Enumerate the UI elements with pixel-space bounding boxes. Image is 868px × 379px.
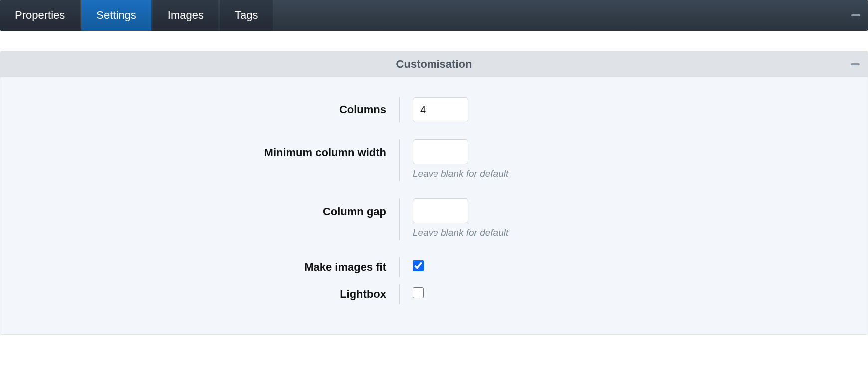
field-col-min-col-width: Leave blank for default bbox=[400, 139, 858, 179]
field-col-make-images-fit bbox=[400, 257, 858, 271]
panel-minimize-button[interactable] bbox=[850, 59, 861, 70]
label-col-make-images-fit: Make images fit bbox=[10, 257, 400, 277]
row-lightbox: Lightbox bbox=[10, 284, 858, 304]
checkbox-group: Make images fit Lightbox bbox=[10, 257, 858, 304]
field-col-columns bbox=[400, 97, 858, 122]
row-columns: Columns bbox=[10, 97, 858, 122]
panel-header: Customisation bbox=[0, 51, 868, 77]
field-col-column-gap: Leave blank for default bbox=[400, 198, 858, 238]
panel-title: Customisation bbox=[396, 58, 472, 71]
label-col-lightbox: Lightbox bbox=[10, 284, 400, 304]
column-gap-help: Leave blank for default bbox=[413, 227, 858, 238]
label-col-columns: Columns bbox=[10, 97, 400, 122]
tab-bar: Properties Settings Images Tags bbox=[0, 0, 868, 31]
tab-tags[interactable]: Tags bbox=[220, 0, 273, 31]
label-col-column-gap: Column gap bbox=[10, 198, 400, 240]
min-col-width-label: Minimum column width bbox=[264, 146, 386, 159]
lightbox-checkbox[interactable] bbox=[413, 287, 424, 298]
tab-images-label: Images bbox=[168, 9, 204, 22]
column-gap-label: Column gap bbox=[323, 205, 386, 218]
field-col-lightbox bbox=[400, 284, 858, 298]
column-gap-input[interactable] bbox=[413, 198, 468, 223]
tab-properties[interactable]: Properties bbox=[0, 0, 80, 31]
panel-body: Columns Minimum column width Leave blank… bbox=[0, 77, 868, 334]
minus-icon bbox=[851, 14, 860, 16]
min-col-width-help: Leave blank for default bbox=[413, 168, 858, 179]
make-images-fit-checkbox[interactable] bbox=[413, 260, 424, 271]
tab-settings[interactable]: Settings bbox=[81, 0, 151, 31]
make-images-fit-label: Make images fit bbox=[304, 261, 386, 274]
tabbar-minimize-button[interactable] bbox=[850, 10, 861, 21]
minus-icon bbox=[851, 63, 860, 65]
lightbox-label: Lightbox bbox=[340, 288, 386, 301]
tab-properties-label: Properties bbox=[15, 9, 65, 22]
min-col-width-input[interactable] bbox=[413, 139, 468, 164]
tab-bar-spacer bbox=[274, 0, 868, 31]
customisation-panel: Customisation Columns Minimum column wid… bbox=[0, 51, 868, 335]
columns-input[interactable] bbox=[413, 97, 468, 122]
row-column-gap: Column gap Leave blank for default bbox=[10, 198, 858, 240]
row-make-images-fit: Make images fit bbox=[10, 257, 858, 277]
row-min-col-width: Minimum column width Leave blank for def… bbox=[10, 139, 858, 181]
tab-tags-label: Tags bbox=[235, 9, 258, 22]
tab-images[interactable]: Images bbox=[153, 0, 218, 31]
tab-settings-label: Settings bbox=[96, 9, 136, 22]
label-col-min-col-width: Minimum column width bbox=[10, 139, 400, 181]
columns-label: Columns bbox=[339, 103, 386, 116]
